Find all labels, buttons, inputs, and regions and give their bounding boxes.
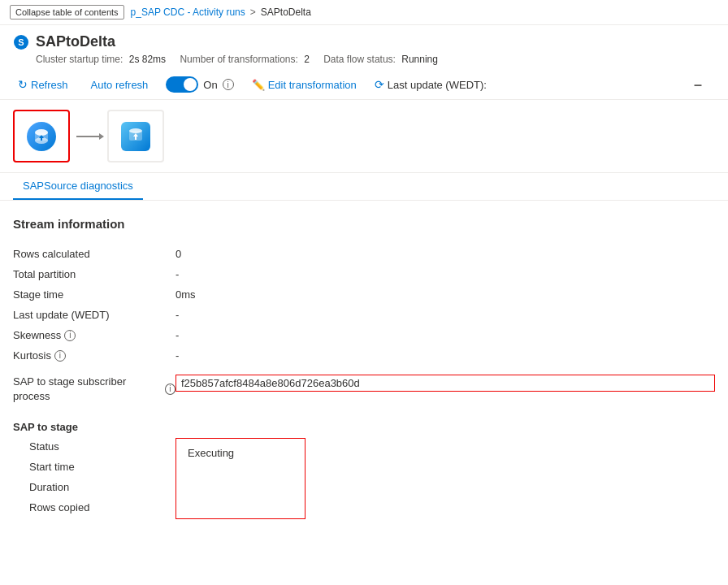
edit-transformation-button[interactable]: ✏️ Edit transformation <box>247 76 362 94</box>
toggle-group: On i <box>166 76 233 93</box>
last-update-val: - <box>176 309 715 321</box>
breadcrumb: Collapse table of contents p_SAP CDC - A… <box>0 0 728 25</box>
auto-refresh-toggle[interactable] <box>166 76 198 93</box>
duration-key: Duration <box>29 481 192 493</box>
total-partition-val: - <box>176 268 715 280</box>
edit-transformation-label: Edit transformation <box>268 79 357 91</box>
subscriber-info-icon[interactable]: i <box>165 384 176 395</box>
last-update-icon: ⟳ <box>375 78 384 91</box>
node-source[interactable] <box>13 110 70 162</box>
svg-text:S: S <box>18 37 24 47</box>
breadcrumb-separator: > <box>250 6 256 18</box>
num-trans-label: Number of transformations: <box>180 54 297 65</box>
page-header: S SAPtoDelta Cluster startup time: 2s 82… <box>0 25 728 70</box>
start-time-key: Start time <box>29 461 192 473</box>
tabs: SAPSource diagnostics <box>0 173 728 201</box>
total-partition-key: Total partition <box>13 268 176 280</box>
toolbar: ↻ Refresh Auto refresh On i ✏️ Edit tran… <box>0 70 728 100</box>
tab-sapsource-diagnostics[interactable]: SAPSource diagnostics <box>13 173 143 200</box>
rows-calculated-key: Rows calculated <box>13 248 176 260</box>
source-node-circle <box>27 122 56 151</box>
collapse-table-btn[interactable]: Collapse table of contents <box>10 5 124 20</box>
toggle-info-icon[interactable]: i <box>223 79 234 90</box>
rows-calculated-val: 0 <box>176 248 715 260</box>
info-row-rows-calculated: Rows calculated 0 <box>13 244 715 264</box>
status-row: Status <box>29 436 176 457</box>
start-time-row: Start time <box>29 457 176 477</box>
edit-icon: ✏️ <box>252 79 265 91</box>
content-area: Stream information Rows calculated 0 Tot… <box>0 201 728 535</box>
sap-to-stage-keys: Status Start time Duration Rows copied <box>13 436 176 519</box>
skewness-key: Skewness i <box>13 329 176 341</box>
sap-to-stage-content: Status Start time Duration Rows copied E… <box>13 436 715 519</box>
status-value: Running <box>401 54 438 65</box>
refresh-button[interactable]: ↻ Refresh <box>13 75 73 94</box>
status-key: Status <box>29 440 192 453</box>
last-update-group: ⟳ Last update (WEDT): <box>375 78 487 91</box>
skewness-val: - <box>176 329 715 341</box>
minimize-button[interactable]: – <box>694 76 702 93</box>
stage-time-val: 0ms <box>176 288 715 301</box>
info-row-skewness: Skewness i - <box>13 325 715 345</box>
kurtosis-val: - <box>176 349 715 362</box>
breadcrumb-link[interactable]: p_SAP CDC - Activity runs <box>131 6 245 18</box>
status-label: Data flow status: <box>323 54 396 65</box>
kurtosis-info-icon[interactable]: i <box>54 350 66 362</box>
sap-to-stage-section: SAP to stage Status Start time Duration … <box>13 421 715 519</box>
duration-row: Duration <box>29 477 176 497</box>
pipeline-area <box>0 100 728 173</box>
toggle-knob <box>184 78 197 91</box>
info-row-last-update: Last update (WEDT) - <box>13 305 715 325</box>
executing-status: Executing <box>188 447 293 459</box>
stage-time-key: Stage time <box>13 288 176 301</box>
refresh-label: Refresh <box>31 79 68 91</box>
info-row-sap-subscriber: SAP to stage subscriber process i f25b85… <box>13 370 715 408</box>
sap-subscriber-val: f25b857afcf8484a8e806d726ea3b60d <box>176 375 715 392</box>
sap-subscriber-key: SAP to stage subscriber process i <box>13 375 176 404</box>
sap-to-stage-title: SAP to stage <box>13 421 715 433</box>
num-trans-value: 2 <box>304 54 310 65</box>
rows-copied-key: Rows copied <box>29 501 192 514</box>
connector <box>76 136 101 137</box>
stream-info-title: Stream information <box>13 217 715 231</box>
last-update-key: Last update (WEDT) <box>13 309 176 321</box>
node-destination[interactable] <box>107 110 164 162</box>
source-icon <box>25 120 58 153</box>
destination-icon <box>119 120 152 153</box>
meta-row: Cluster startup time: 2s 82ms Number of … <box>36 54 715 65</box>
auto-refresh-label: Auto refresh <box>91 79 149 91</box>
destination-node-box <box>121 122 150 151</box>
cluster-value: 2s 82ms <box>129 54 166 65</box>
info-row-total-partition: Total partition - <box>13 264 715 284</box>
sap-to-stage-status-box: Executing <box>176 438 306 519</box>
stream-info-table: Rows calculated 0 Total partition - Stag… <box>13 244 715 408</box>
last-update-label: Last update (WEDT): <box>388 79 487 91</box>
svg-point-6 <box>129 128 142 133</box>
info-row-kurtosis: Kurtosis i - <box>13 345 715 366</box>
cluster-label: Cluster startup time: <box>36 54 123 65</box>
auto-refresh-button[interactable]: Auto refresh <box>86 76 154 94</box>
toggle-label: On <box>203 79 217 91</box>
info-row-stage-time: Stage time 0ms <box>13 284 715 305</box>
rows-copied-row: Rows copied <box>29 497 176 518</box>
skewness-info-icon[interactable]: i <box>64 330 76 341</box>
kurtosis-key: Kurtosis i <box>13 349 176 362</box>
breadcrumb-current: SAPtoDelta <box>261 6 311 18</box>
refresh-icon: ↻ <box>18 78 28 91</box>
page-title-icon: S <box>13 34 29 50</box>
page-title: SAPtoDelta <box>36 33 115 50</box>
